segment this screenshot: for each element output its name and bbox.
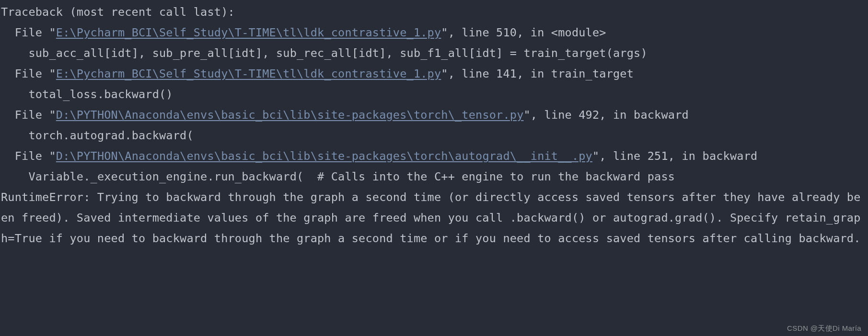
frame-code: torch.autograd.backward(	[1, 129, 194, 142]
frame-prefix: File "	[1, 149, 56, 163]
frame-prefix: File "	[1, 67, 56, 80]
traceback-file-link[interactable]: E:\Pycharm_BCI\Self_Study\T-TIME\tl\ldk_…	[56, 67, 441, 80]
frame-code: sub_acc_all[idt], sub_pre_all[idt], sub_…	[1, 46, 648, 60]
traceback-file-link[interactable]: D:\PYTHON\Anaconda\envs\basic_bci\lib\si…	[56, 149, 592, 163]
frame-prefix: File "	[1, 26, 56, 39]
frame-code: Variable._execution_engine.run_backward(…	[1, 170, 675, 183]
frame-suffix: ", line 510, in <module>	[441, 26, 606, 39]
frame-suffix: ", line 251, in backward	[592, 149, 757, 163]
console-output: Traceback (most recent call last): File …	[0, 0, 868, 249]
frame-prefix: File "	[1, 108, 56, 122]
traceback-file-link[interactable]: E:\Pycharm_BCI\Self_Study\T-TIME\tl\ldk_…	[56, 26, 441, 39]
frame-suffix: ", line 141, in train_target	[441, 67, 634, 80]
traceback-file-link[interactable]: D:\PYTHON\Anaconda\envs\basic_bci\lib\si…	[56, 108, 524, 122]
frame-suffix: ", line 492, in backward	[523, 108, 688, 122]
traceback-header: Traceback (most recent call last):	[1, 5, 235, 19]
csdn-watermark: CSDN @天使Di María	[787, 324, 861, 333]
error-message: RuntimeError: Trying to backward through…	[1, 190, 861, 245]
frame-code: total_loss.backward()	[1, 88, 173, 101]
